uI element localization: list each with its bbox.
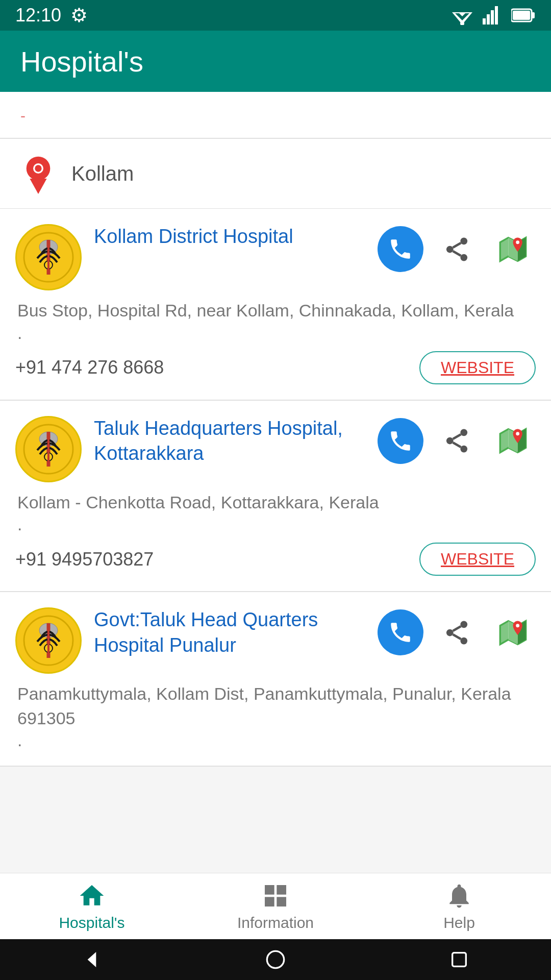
nav-item-information[interactable]: Information [184,873,367,939]
bottom-nav: Hospital's Information Help [0,873,551,939]
svg-point-37 [460,429,467,436]
home-icon [78,881,106,910]
svg-point-62 [516,624,519,627]
card-bottom-1: +91 474 276 8668 WEBSITE [15,351,536,384]
settings-icon: ⚙ [70,4,88,27]
svg-rect-7 [495,6,498,24]
svg-rect-65 [265,897,274,906]
nav-item-help[interactable]: Help [367,873,551,939]
svg-rect-5 [487,14,490,24]
svg-rect-63 [265,885,274,895]
hospital-card-1: Kollam District Hospital Bus Stop, Hospi… [0,209,551,401]
svg-point-38 [446,437,453,445]
card-top-2: Taluk Headquarters Hospital, Kottarakkar… [15,416,536,482]
card-actions-3 [378,607,536,655]
card-top-3: Govt:Taluk Head Quarters Hospital Punalu… [15,607,536,674]
svg-marker-67 [88,952,96,967]
website-button-2[interactable]: WEBSITE [419,543,536,576]
call-button-1[interactable] [378,226,423,272]
svg-point-30 [516,240,519,244]
status-bar: 12:10 ⚙ [0,0,551,31]
website-button-1[interactable]: WEBSITE [419,351,536,384]
call-button-2[interactable] [378,418,423,464]
share-button-2[interactable] [434,418,480,464]
hospital-dot-2: . [15,514,536,534]
svg-rect-4 [483,18,486,24]
hospital-card-2: Taluk Headquarters Hospital, Kottarakkar… [0,401,551,593]
nav-item-hospitals[interactable]: Hospital's [0,873,184,939]
location-pin-icon [20,153,56,194]
svg-point-22 [446,246,453,253]
svg-point-53 [460,621,467,628]
hospital-phone-2: +91 9495703827 [15,549,154,570]
hospital-address-1: Bus Stop, Hospital Rd, near Kollam, Chin… [15,299,536,323]
share-button-3[interactable] [434,609,480,655]
svg-point-46 [516,432,519,435]
location-row: Kollam [0,139,551,209]
svg-line-41 [453,434,461,439]
status-time: 12:10 [15,5,61,26]
hospital-card-3: Govt:Taluk Head Quarters Hospital Punalu… [0,592,551,767]
svg-rect-64 [277,885,286,895]
svg-point-39 [460,446,467,453]
svg-line-40 [453,443,461,447]
share-button-1[interactable] [434,226,480,272]
android-nav-bar [0,939,551,980]
hospital-logo-1 [15,224,82,290]
svg-line-24 [453,251,461,255]
svg-rect-66 [277,897,286,906]
app-bar: Hospital's [0,31,551,92]
svg-rect-69 [453,953,466,967]
call-button-3[interactable] [378,609,423,655]
hospital-name-1: Kollam District Hospital [94,224,293,249]
svg-point-21 [460,237,467,244]
hospital-name-2: Taluk Headquarters Hospital, Kottarakkar… [94,416,378,467]
status-icons [450,6,536,25]
recents-button[interactable] [444,944,474,975]
wifi-icon [450,6,474,25]
nav-label-help: Help [443,914,475,932]
map-button-2[interactable] [490,418,536,464]
card-actions-2 [378,416,536,464]
svg-line-56 [453,634,461,639]
hospital-address-2: Kollam - Chenkotta Road, Kottarakkara, K… [15,491,536,515]
hospital-list: Kollam District Hospital Bus Stop, Hospi… [0,209,551,767]
svg-point-54 [446,629,453,636]
hospital-logo-3 [15,607,82,674]
hospital-name-3: Govt:Taluk Head Quarters Hospital Punalu… [94,607,378,658]
card-top-1: Kollam District Hospital [15,224,536,290]
bell-icon [445,881,473,910]
app-title: Hospital's [20,45,143,78]
svg-line-25 [453,242,461,247]
location-name: Kollam [71,162,134,185]
svg-rect-10 [513,11,530,20]
nav-label-hospitals: Hospital's [59,914,124,932]
hospital-dot-3: . [15,730,536,750]
hospital-address-3: Panamkuttymala, Kollam Dist, Panamkuttym… [15,682,536,730]
card-main-2: Taluk Headquarters Hospital, Kottarakkar… [94,416,536,467]
signal-icon [483,6,503,25]
map-button-1[interactable] [490,226,536,272]
svg-point-14 [35,165,41,172]
status-time-area: 12:10 ⚙ [15,4,88,27]
card-bottom-2: +91 9495703827 WEBSITE [15,543,536,576]
svg-point-68 [267,951,284,968]
search-area: - [0,92,551,138]
hospital-phone-1: +91 474 276 8668 [15,357,164,378]
back-button[interactable] [77,944,107,975]
hospital-dot-1: . [15,323,536,343]
card-actions-1 [378,224,536,272]
map-button-3[interactable] [490,609,536,655]
svg-marker-13 [30,179,46,194]
hospital-logo-2 [15,416,82,482]
battery-icon [511,7,536,23]
svg-rect-9 [532,12,535,18]
svg-point-23 [460,254,467,261]
home-button[interactable] [260,944,291,975]
svg-line-57 [453,626,461,631]
svg-rect-6 [491,10,494,24]
svg-point-55 [460,637,467,644]
grid-icon [261,881,290,910]
nav-label-information: Information [237,914,314,932]
card-main-1: Kollam District Hospital [94,224,536,272]
